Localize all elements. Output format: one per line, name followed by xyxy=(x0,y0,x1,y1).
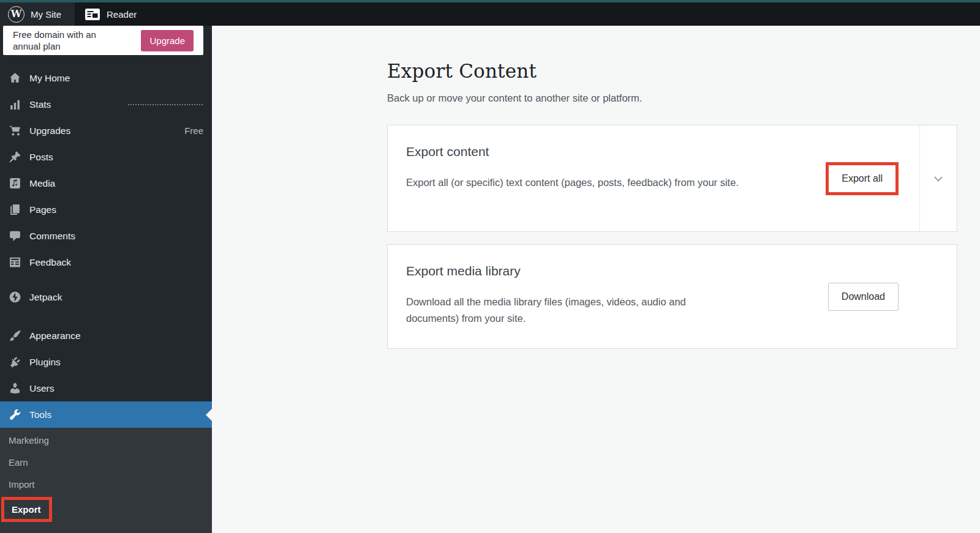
menu-separator xyxy=(0,275,212,284)
pages-icon xyxy=(9,203,21,216)
feedback-form-icon xyxy=(9,256,21,269)
jetpack-icon xyxy=(9,291,21,304)
export-content-card-body: Export content Export all (or specific) … xyxy=(388,125,826,231)
reader-tab[interactable]: Reader xyxy=(75,2,146,26)
plug-icon xyxy=(9,356,21,368)
export-content-expander[interactable] xyxy=(919,125,957,231)
media-icon xyxy=(9,177,21,190)
upgrades-free-badge: Free xyxy=(184,125,203,136)
admin-sidebar: Free domain with an annual plan Upgrade … xyxy=(0,26,212,533)
admin-topbar: W My Site Reader xyxy=(0,2,980,26)
sidebar-item-my-home[interactable]: My Home xyxy=(0,65,212,91)
export-content-card: Export content Export all (or specific) … xyxy=(387,125,957,232)
sidebar-item-tools[interactable]: Tools xyxy=(0,401,212,428)
submenu-item-marketing[interactable]: Marketing xyxy=(0,429,212,451)
export-media-action: Download xyxy=(828,245,957,348)
wordpress-logo-icon: W xyxy=(8,6,24,23)
submenu-item-import[interactable]: Import xyxy=(0,473,212,495)
upgrade-button[interactable]: Upgrade xyxy=(141,30,194,51)
sidebar-item-users[interactable]: Users xyxy=(0,375,212,401)
sidebar-item-plugins[interactable]: Plugins xyxy=(0,349,212,375)
upsell-banner: Free domain with an annual plan Upgrade xyxy=(3,26,203,55)
main-content: Export Content Back up or move your cont… xyxy=(212,26,980,533)
sidebar-item-posts[interactable]: Posts xyxy=(0,144,212,170)
export-content-description: Export all (or specific) text content (p… xyxy=(406,174,746,191)
sidebar-item-appearance[interactable]: Appearance xyxy=(0,322,212,349)
export-media-description: Download all the media library files (im… xyxy=(406,294,740,327)
submenu-item-export[interactable]: Export xyxy=(0,495,212,523)
tools-submenu: Marketing Earn Import Export xyxy=(0,428,212,533)
sidebar-item-comments[interactable]: Comments xyxy=(0,223,212,249)
upsell-banner-text: Free domain with an annual plan xyxy=(13,29,117,52)
wrench-icon xyxy=(9,408,21,421)
sidebar-item-media[interactable]: Media xyxy=(0,170,212,196)
export-media-title: Export media library xyxy=(406,264,816,278)
export-all-button[interactable]: Export all xyxy=(829,165,895,192)
stats-icon xyxy=(9,98,21,111)
sidebar-item-pages[interactable]: Pages xyxy=(0,196,212,223)
export-annotation-box: Export xyxy=(1,497,52,522)
sidebar-item-upgrades[interactable]: Upgrades Free xyxy=(0,117,212,144)
home-icon xyxy=(9,72,21,84)
submenu-item-earn[interactable]: Earn xyxy=(0,451,212,473)
sidebar-item-stats[interactable]: Stats xyxy=(0,91,212,117)
download-button[interactable]: Download xyxy=(828,283,899,311)
chevron-down-icon xyxy=(929,170,948,188)
page-title: Export Content xyxy=(387,60,980,82)
export-content-action: Export all xyxy=(826,125,919,231)
comment-bubble-icon xyxy=(9,229,21,242)
user-icon xyxy=(9,382,21,395)
menu-separator xyxy=(0,310,212,322)
export-cards: Export content Export all (or specific) … xyxy=(387,125,957,349)
export-all-annotation-box: Export all xyxy=(826,162,899,195)
stats-sparkline xyxy=(128,104,203,105)
cart-icon xyxy=(9,124,21,137)
my-site-label: My Site xyxy=(31,9,61,20)
sidebar-menu: My Home Stats Upgrades Free Posts Media xyxy=(0,65,212,428)
export-media-card-body: Export media library Download all the me… xyxy=(388,245,828,348)
paintbrush-icon xyxy=(9,329,21,342)
export-content-title: Export content xyxy=(406,144,813,159)
my-site-tab[interactable]: W My Site xyxy=(0,2,75,26)
reader-label: Reader xyxy=(107,9,137,20)
page-subtitle: Back up or move your content to another … xyxy=(387,92,980,104)
sidebar-item-feedback[interactable]: Feedback xyxy=(0,249,212,275)
export-media-card: Export media library Download all the me… xyxy=(387,244,957,349)
pushpin-icon xyxy=(9,151,21,163)
reader-icon xyxy=(85,8,100,21)
selected-menu-arrow xyxy=(206,409,212,421)
sidebar-item-jetpack[interactable]: Jetpack xyxy=(0,284,212,310)
